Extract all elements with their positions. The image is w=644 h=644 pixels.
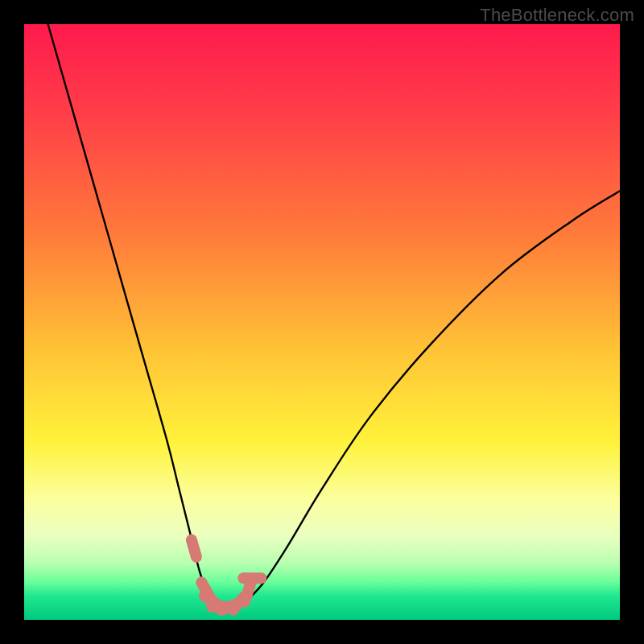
highlight-markers xyxy=(192,540,262,610)
bottleneck-curve xyxy=(48,24,620,609)
plot-area xyxy=(24,24,620,620)
marker-point xyxy=(245,584,250,601)
curve-layer xyxy=(24,24,620,620)
watermark-text: TheBottleneck.com xyxy=(480,5,634,26)
marker-point xyxy=(192,540,196,557)
chart-frame: TheBottleneck.com xyxy=(0,0,644,644)
